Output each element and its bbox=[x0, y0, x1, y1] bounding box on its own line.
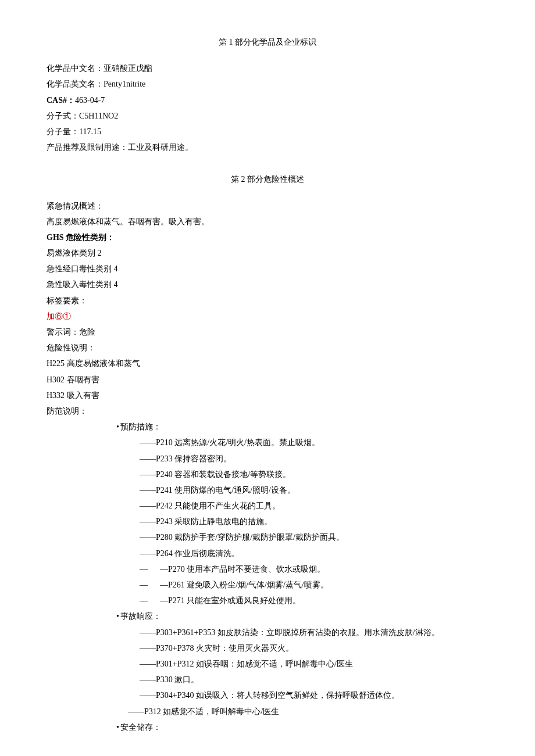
p240: P240 容器和装载设备接地/等势联接。 bbox=[47, 467, 488, 482]
p210: P210 远离热源/火花/明火/热表面。禁止吸烟。 bbox=[47, 435, 488, 450]
ghs-cat-2: 急性经口毒性类别 4 bbox=[47, 261, 488, 276]
p241: P241 使用防爆的电气/通风/照明/设备。 bbox=[47, 483, 488, 497]
storage-title: 安全储存： bbox=[47, 720, 488, 734]
formula-label: 分子式： bbox=[47, 112, 79, 120]
signal-word-value: 危险 bbox=[79, 328, 95, 336]
formula-line: 分子式：C5H11NO2 bbox=[47, 109, 488, 123]
p330: P330 漱口。 bbox=[47, 672, 488, 687]
precaution-label: 防范说明： bbox=[47, 404, 488, 418]
p243: P243 采取防止静电放电的措施。 bbox=[47, 514, 488, 529]
chinese-name-value: 亚硝酸正戊酯 bbox=[104, 64, 152, 73]
usage-label: 产品推荐及限制用途： bbox=[47, 143, 128, 152]
cas-label: CAS#： bbox=[47, 96, 75, 105]
formula-value: C5H11NO2 bbox=[79, 112, 118, 120]
section-1-title: 第 1 部分化学品及企业标识 bbox=[47, 35, 488, 49]
pictogram-text: 加⑥① bbox=[47, 309, 488, 324]
weight-label: 分子量： bbox=[47, 127, 79, 136]
p270: P270 使用本产品时不要进食、饮水或吸烟。 bbox=[168, 565, 325, 574]
english-name-line: 化学品英文名：Penty1nitrite bbox=[47, 77, 488, 91]
section-1-content: 化学品中文名：亚硝酸正戊酯 化学品英文名：Penty1nitrite CAS#：… bbox=[47, 61, 488, 155]
p271-line: — —P271 只能在室外或通风良好处使用。 bbox=[47, 593, 488, 608]
section-2-title: 第 2 部分危险性概述 bbox=[47, 172, 488, 187]
usage-line: 产品推荐及限制用途：工业及科研用途。 bbox=[47, 140, 488, 155]
dash-2: — bbox=[160, 565, 168, 574]
p242: P242 只能使用不产生火花的工具。 bbox=[47, 499, 488, 513]
dash-1c: — bbox=[140, 596, 148, 605]
cas-value: 463-04-7 bbox=[75, 96, 105, 105]
emergency-label: 紧急情况概述： bbox=[47, 199, 488, 213]
p304: P304+P340 如误吸入：将人转移到空气新鲜处，保持呼吸舒适体位。 bbox=[47, 688, 488, 703]
p271: P271 只能在室外或通风良好处使用。 bbox=[168, 596, 301, 605]
dash-1b: — bbox=[140, 581, 148, 589]
dash-1: — bbox=[140, 565, 148, 574]
english-name-value: Penty1nitrite bbox=[104, 80, 145, 88]
emergency-text: 高度易燃液体和蒸气。吞咽有害。吸入有害。 bbox=[47, 214, 488, 229]
section-2-content: 紧急情况概述： 高度易燃液体和蒸气。吞咽有害。吸入有害。 GHS 危险性类别： … bbox=[47, 199, 488, 734]
p264: P264 作业后彻底清洗。 bbox=[47, 546, 488, 561]
cas-line: CAS#：463-04-7 bbox=[47, 93, 488, 108]
hazard-label: 危险性说明： bbox=[47, 341, 488, 355]
p370: P370+P378 火灾时：使用灭火器灭火。 bbox=[47, 641, 488, 655]
dash-2c: — bbox=[160, 596, 168, 605]
dash-2b: — bbox=[160, 581, 168, 589]
h332: H332 吸入有害 bbox=[47, 388, 488, 403]
prevention-title: 预防措施： bbox=[47, 420, 488, 434]
signal-word-label: 警示词： bbox=[47, 328, 79, 336]
ghs-cat-3: 急性吸入毒性类别 4 bbox=[47, 277, 488, 292]
weight-value: 117.15 bbox=[79, 127, 101, 136]
chinese-name-line: 化学品中文名：亚硝酸正戊酯 bbox=[47, 61, 488, 76]
label-elements: 标签要素： bbox=[47, 293, 488, 308]
ghs-cat-1: 易燃液体类别 2 bbox=[47, 246, 488, 260]
ghs-label: GHS 危险性类别： bbox=[47, 230, 488, 245]
weight-line: 分子量：117.15 bbox=[47, 124, 488, 139]
chinese-name-label: 化学品中文名： bbox=[47, 64, 104, 73]
p280: P280 戴防护手套/穿防护服/戴防护眼罩/戴防护面具。 bbox=[47, 530, 488, 544]
usage-value: 工业及科研用途。 bbox=[128, 143, 193, 152]
p261: P261 避免吸入粉尘/烟/气体/烟雾/蒸气/喷雾。 bbox=[168, 581, 329, 589]
h225: H225 高度易燃液体和蒸气 bbox=[47, 356, 488, 371]
signal-word-line: 警示词：危险 bbox=[47, 325, 488, 339]
h302: H302 吞咽有害 bbox=[47, 372, 488, 387]
p261-line: — —P261 避免吸入粉尘/烟/气体/烟雾/蒸气/喷雾。 bbox=[47, 578, 488, 592]
p303: P303+P361+P353 如皮肤沾染：立即脱掉所有沾染的衣服。用水清洗皮肤/… bbox=[47, 625, 488, 640]
p312: P312 如感觉不适，呼叫解毒中心/医生 bbox=[47, 704, 488, 719]
english-name-label: 化学品英文名： bbox=[47, 80, 104, 88]
p270-line: — —P270 使用本产品时不要进食、饮水或吸烟。 bbox=[47, 562, 488, 576]
p233: P233 保持容器密闭。 bbox=[47, 452, 488, 466]
response-title: 事故响应： bbox=[47, 609, 488, 624]
p301: P301+P312 如误吞咽：如感觉不适，呼叫解毒中心/医生 bbox=[47, 657, 488, 671]
